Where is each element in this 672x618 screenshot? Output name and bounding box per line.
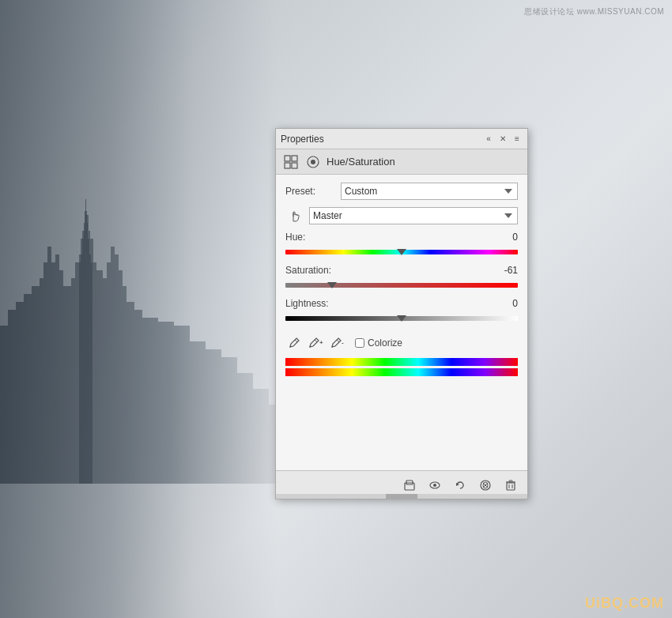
panel-collapse-button[interactable]: « xyxy=(483,134,494,145)
panel-content: Preset: Custom Default Cyanotypes Increa… xyxy=(276,175,527,470)
panel-scrollbar[interactable] xyxy=(276,494,527,499)
delete-icon[interactable] xyxy=(502,477,519,494)
saturation-thumb[interactable] xyxy=(327,282,337,288)
tools-row: + - Colorize xyxy=(285,334,518,352)
svg-rect-26 xyxy=(509,480,512,482)
svg-line-9 xyxy=(315,340,317,342)
panel-title-left: Properties xyxy=(281,134,324,145)
eyedropper-tool-icon[interactable] xyxy=(285,334,303,352)
watermark-top: 思绪设计论坛 www.MISSYUAN.COM xyxy=(524,6,664,17)
svg-rect-24 xyxy=(507,483,515,490)
preset-label: Preset: xyxy=(285,186,341,197)
hue-value: 0 xyxy=(494,232,518,243)
colorize-label[interactable]: Colorize xyxy=(355,337,402,349)
svg-point-8 xyxy=(290,346,292,348)
eyedropper-add-icon[interactable]: + xyxy=(308,334,325,352)
lightness-thumb[interactable] xyxy=(397,315,406,322)
city-silhouette xyxy=(0,183,285,484)
svg-text:-: - xyxy=(342,339,344,346)
hue-slider-container[interactable] xyxy=(285,244,518,260)
clip-to-layer-icon[interactable] xyxy=(401,477,418,494)
preset-select[interactable]: Custom Default Cyanotypes Increase Satur… xyxy=(341,183,518,200)
circle-target-icon[interactable] xyxy=(304,153,322,171)
lightness-value: 0 xyxy=(494,298,518,309)
panel-titlebar: Properties « ✕ ≡ xyxy=(276,129,527,149)
channel-row: Master Reds Yellows Greens Cyans Blues M… xyxy=(285,206,518,225)
panel-title-controls: « ✕ ≡ xyxy=(483,134,523,145)
color-bar-top xyxy=(285,358,518,366)
panel-header-title: Hue/Saturation xyxy=(327,156,395,168)
lightness-section: Lightness: 0 xyxy=(285,298,518,326)
panel-header: Hue/Saturation xyxy=(276,149,527,175)
mask-icon[interactable] xyxy=(477,477,494,494)
colorize-checkbox[interactable] xyxy=(355,338,364,348)
colorize-text: Colorize xyxy=(368,337,402,349)
svg-point-10 xyxy=(310,346,311,348)
properties-panel: Properties « ✕ ≡ Hue/Saturation xyxy=(275,128,528,499)
color-bar-bottom xyxy=(285,368,518,376)
svg-point-5 xyxy=(311,160,315,164)
hand-tool-icon[interactable] xyxy=(285,206,304,225)
panel-menu-button[interactable]: ≡ xyxy=(512,134,523,145)
lightness-slider-container[interactable] xyxy=(285,311,518,326)
hue-section: Hue: 0 xyxy=(285,232,518,260)
reset-icon[interactable] xyxy=(451,477,469,494)
eyedropper-subtract-icon[interactable]: - xyxy=(330,334,347,352)
saturation-value: -61 xyxy=(494,265,518,276)
panel-title: Properties xyxy=(281,134,324,145)
saturation-label: Saturation: xyxy=(285,265,331,276)
lightness-label: Lightness: xyxy=(285,298,329,309)
hue-thumb[interactable] xyxy=(397,249,406,255)
svg-line-12 xyxy=(337,340,339,342)
saturation-header: Saturation: -61 xyxy=(285,265,518,276)
preset-row: Preset: Custom Default Cyanotypes Increa… xyxy=(285,183,518,200)
adjustment-layer-icon[interactable] xyxy=(282,153,300,171)
watermark-bottom: UiBQ.COM xyxy=(585,595,664,612)
svg-point-18 xyxy=(433,484,436,487)
saturation-slider-container[interactable] xyxy=(285,277,518,293)
color-bars xyxy=(285,358,518,376)
svg-rect-1 xyxy=(292,156,297,161)
hue-header: Hue: 0 xyxy=(285,232,518,243)
saturation-section: Saturation: -61 xyxy=(285,265,518,293)
visibility-icon[interactable] xyxy=(426,477,444,494)
scrollbar-thumb[interactable] xyxy=(386,494,417,499)
hue-label: Hue: xyxy=(285,232,305,243)
svg-rect-0 xyxy=(285,156,290,161)
svg-point-13 xyxy=(332,346,334,348)
channel-select[interactable]: Master Reds Yellows Greens Cyans Blues M… xyxy=(309,207,518,224)
panel-close-button[interactable]: ✕ xyxy=(497,134,508,145)
svg-line-7 xyxy=(295,340,297,342)
svg-rect-3 xyxy=(292,163,297,168)
svg-text:+: + xyxy=(319,339,323,346)
saturation-track[interactable] xyxy=(285,283,518,288)
svg-rect-2 xyxy=(285,163,290,168)
lightness-header: Lightness: 0 xyxy=(285,298,518,309)
